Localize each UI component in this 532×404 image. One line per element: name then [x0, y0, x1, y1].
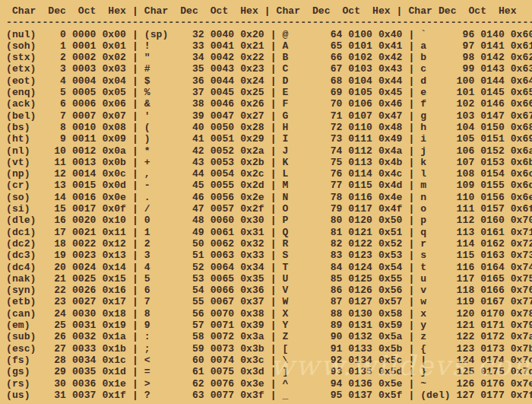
table-row: (nul) 0 0000 0x00 | (sp) 32 0040 0x20 | …	[6, 29, 532, 40]
ascii-table: Char Dec Oct Hex | Char Dec Oct Hex | Ch…	[0, 0, 532, 401]
table-row: (soh) 1 0001 0x01 | ! 33 0041 0x21 | A 6…	[6, 40, 532, 52]
table-row: (syn) 22 0026 0x16 | 6 54 0066 0x36 | V …	[6, 285, 532, 296]
table-row: (np) 12 0014 0x0c | , 44 0054 0x2c | L 7…	[6, 168, 532, 180]
table-row: (dc2) 18 0022 0x12 | 2 50 0062 0x32 | R …	[6, 238, 532, 250]
separator-row: ----------------------------------------…	[6, 17, 532, 28]
table-row: (dc1) 17 0021 0x11 | 1 49 0061 0x31 | Q …	[6, 227, 532, 238]
table-row: (eot) 4 0004 0x04 | $ 36 0044 0x24 | D 6…	[6, 75, 532, 87]
table-row: (so) 14 0016 0x0e | . 46 0056 0x2e | N 7…	[6, 192, 532, 203]
table-row: (fs) 28 0034 0x1c | < 60 0074 0x3c | \ 9…	[6, 355, 532, 366]
table-row: (vt) 11 0013 0x0b | + 43 0053 0x2b | K 7…	[6, 157, 532, 168]
table-row: (bs) 8 0010 0x08 | ( 40 0050 0x28 | H 72…	[6, 122, 532, 133]
table-row: (dc4) 20 0024 0x14 | 4 52 0064 0x34 | T …	[6, 262, 532, 273]
table-row: (stx) 2 0002 0x02 | " 34 0042 0x22 | B 6…	[6, 52, 532, 63]
table-row: (ht) 9 0011 0x09 | ) 41 0051 0x29 | I 73…	[6, 133, 532, 145]
table-row: (gs) 29 0035 0x1d | = 61 0075 0x3d | ] 9…	[6, 366, 532, 377]
table-row: (esc) 27 0033 0x1b | ; 59 0073 0x3b | [ …	[6, 343, 532, 355]
header-row: Char Dec Oct Hex | Char Dec Oct Hex | Ch…	[6, 5, 532, 17]
table-row: (nl) 10 0012 0x0a | * 42 0052 0x2a | J 7…	[6, 145, 532, 157]
table-row: (cr) 13 0015 0x0d | - 45 0055 0x2d | M 7…	[6, 180, 532, 191]
table-row: (etb) 23 0027 0x17 | 7 55 0067 0x37 | W …	[6, 296, 532, 307]
ascii-table-screen: Char Dec Oct Hex | Char Dec Oct Hex | Ch…	[0, 0, 532, 404]
table-row: (bel) 7 0007 0x07 | ' 39 0047 0x27 | G 7…	[6, 110, 532, 122]
table-row: (dc3) 19 0023 0x13 | 3 51 0063 0x33 | S …	[6, 250, 532, 261]
table-row: (sub) 26 0032 0x1a | : 58 0072 0x3a | Z …	[6, 331, 532, 342]
table-row: (can) 24 0030 0x18 | 8 56 0070 0x38 | X …	[6, 308, 532, 320]
table-row: (nak) 21 0025 0x15 | 5 53 0065 0x35 | U …	[6, 273, 532, 285]
table-row: (em) 25 0031 0x19 | 9 57 0071 0x39 | Y 8…	[6, 320, 532, 331]
table-row: (rs) 30 0036 0x1e | > 62 0076 0x3e | ^ 9…	[6, 378, 532, 390]
table-row: (us) 31 0037 0x1f | ? 63 0077 0x3f | _ 9…	[6, 390, 532, 401]
table-row: (ack) 6 0006 0x06 | & 38 0046 0x26 | F 7…	[6, 98, 532, 110]
table-row: (dle) 16 0020 0x10 | 0 48 0060 0x30 | P …	[6, 215, 532, 226]
table-row: (enq) 5 0005 0x05 | % 37 0045 0x25 | E 6…	[6, 87, 532, 98]
table-row: (etx) 3 0003 0x03 | # 35 0043 0x23 | C 6…	[6, 63, 532, 75]
table-row: (si) 15 0017 0x0f | / 47 0057 0x2f | O 7…	[6, 203, 532, 215]
